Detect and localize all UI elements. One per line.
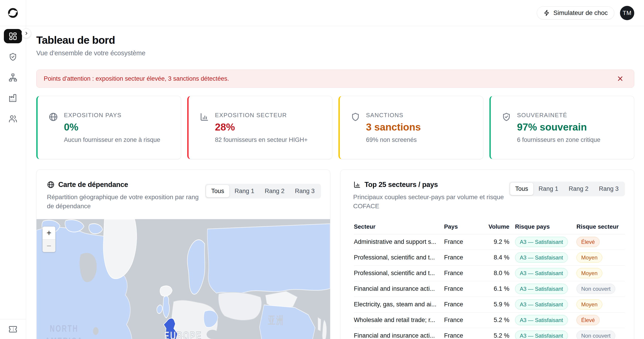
- sidebar-item-users[interactable]: [4, 112, 22, 126]
- table-row[interactable]: Financial and insurance acti... France 6…: [354, 281, 625, 297]
- filter-rang-2[interactable]: Rang 2: [260, 185, 290, 197]
- avatar[interactable]: TM: [620, 6, 634, 20]
- map-zoom-out-button[interactable]: −: [42, 239, 55, 252]
- country-risk-badge: A3 — Satisfaisant: [515, 330, 568, 339]
- sidebar-expand-button[interactable]: [22, 28, 31, 38]
- shield-check-icon: [502, 112, 511, 122]
- country-risk-badge: A3 — Satisfaisant: [515, 284, 568, 294]
- world-map: NORTH AMERICA EUROPE 亚洲: [36, 219, 330, 339]
- kpi-label: SANCTIONS: [366, 112, 421, 119]
- dashboard-page: Tableau de bord Vue d'ensemble de votre …: [26, 26, 644, 339]
- country-risk-badge: A3 — Satisfaisant: [515, 237, 568, 247]
- cell-pays: France: [444, 316, 480, 324]
- sector-risk-badge: Moyen: [576, 268, 602, 278]
- map-label-north: NORTH: [50, 323, 78, 334]
- cell-volume: 6.1 %: [480, 285, 509, 292]
- shield-check-icon: [8, 52, 18, 62]
- sector-risk-badge: Moyen: [576, 252, 602, 263]
- brand-logo-icon: [8, 8, 18, 18]
- sectors-table: SecteurPaysVolumeRisque paysRisque secte…: [354, 219, 625, 339]
- column-header-1: Secteur: [354, 223, 444, 230]
- kpi-value: 28%: [215, 122, 308, 133]
- table-card-title: Top 25 secteurs / pays: [364, 180, 438, 189]
- sidebar-item-dashboard[interactable]: [4, 29, 22, 43]
- sector-risk-badge: Non couvert: [576, 330, 615, 339]
- filter-tous[interactable]: Tous: [510, 183, 534, 195]
- filter-tous[interactable]: Tous: [206, 185, 230, 197]
- sector-risk-badge: Non couvert: [576, 284, 615, 294]
- sector-risk-badge: Élevé: [576, 237, 600, 247]
- dependency-map[interactable]: NORTH AMERICA EUROPE 亚洲 + −: [36, 219, 330, 339]
- cell-secteur: Professional, scientific and t...: [354, 270, 444, 277]
- filter-rang-1[interactable]: Rang 1: [534, 183, 564, 195]
- cell-pays: France: [444, 270, 480, 277]
- filter-rang-3[interactable]: Rang 3: [290, 185, 320, 197]
- kpi-card: SANCTIONS 3 sanctions 69% non screenés: [338, 96, 483, 159]
- cell-volume: 8.4 %: [480, 254, 509, 261]
- cell-volume: 8.0 %: [480, 270, 509, 277]
- sidebar-item-network[interactable]: [4, 70, 22, 84]
- chart-icon: [200, 112, 209, 122]
- table-row[interactable]: Financial and insurance acti... France 5…: [354, 328, 625, 339]
- country-risk-badge: A3 — Satisfaisant: [515, 315, 568, 325]
- map-card-header: Carte de dépendance Répartition géograph…: [36, 170, 330, 211]
- ticket-icon[interactable]: [8, 325, 18, 334]
- shock-simulator-button[interactable]: Simulateur de choc: [537, 6, 614, 20]
- map-label-asia: 亚洲: [268, 314, 284, 326]
- kpi-description: Aucun fournisseur en zone à risque: [64, 136, 160, 144]
- cell-pays: France: [444, 254, 480, 261]
- kpi-card: EXPOSITION SECTEUR 28% 82 fournisseurs e…: [187, 96, 332, 159]
- kpi-label: SOUVERAINETÉ: [517, 112, 600, 119]
- cell-volume: 9.2 %: [480, 238, 509, 246]
- kpi-cards: EXPOSITION PAYS 0% Aucun fournisseur en …: [36, 96, 634, 159]
- cell-secteur: Electricity, gas, steam and ai...: [354, 301, 444, 308]
- kpi-description: 69% non screenés: [366, 136, 421, 144]
- table-row[interactable]: Professional, scientific and t... France…: [354, 250, 625, 266]
- close-icon: [617, 75, 624, 82]
- sidebar-footer: [0, 319, 26, 339]
- filter-rang-3[interactable]: Rang 3: [594, 183, 624, 195]
- cell-secteur: Administrative and support s...: [354, 238, 444, 246]
- sidebar-item-factory[interactable]: [4, 91, 22, 105]
- cell-pays: France: [444, 285, 480, 292]
- map-rank-filter: TousRang 1Rang 2Rang 3: [205, 184, 321, 198]
- app-root: Simulateur de choc TM Tableau de bord Vu…: [0, 0, 644, 339]
- table-card-subtitle: Principaux couples secteur-pays par volu…: [353, 192, 509, 211]
- table-card-header: Top 25 secteurs / pays Principaux couple…: [340, 170, 634, 211]
- page-subtitle: Vue d'ensemble de votre écosystème: [36, 50, 634, 57]
- filter-rang-2[interactable]: Rang 2: [564, 183, 594, 195]
- cell-secteur: Professional, scientific and t...: [354, 254, 444, 261]
- sector-risk-badge: Élevé: [576, 315, 600, 325]
- table-row[interactable]: Administrative and support s... France 9…: [354, 234, 625, 250]
- table-row[interactable]: Professional, scientific and t... France…: [354, 266, 625, 281]
- map-zoom-control: + −: [42, 226, 56, 252]
- filter-rang-1[interactable]: Rang 1: [230, 185, 260, 197]
- column-header-3: Volume: [480, 223, 509, 230]
- column-header-5: Risque secteur: [576, 223, 625, 230]
- users-icon: [8, 114, 18, 123]
- kpi-card: SOUVERAINETÉ 97% souverain 6 fournisseur…: [490, 96, 634, 159]
- kpi-value: 0%: [64, 122, 160, 133]
- dependency-map-card: Carte de dépendance Répartition géograph…: [36, 170, 330, 339]
- cell-pays: France: [444, 301, 480, 308]
- bottom-panels: Carte de dépendance Répartition géograph…: [36, 170, 634, 339]
- sidebar-nav: [0, 26, 26, 319]
- dashboard-icon: [8, 32, 18, 41]
- sidebar-item-compliance[interactable]: [4, 50, 22, 64]
- globe-icon: [47, 181, 55, 188]
- cell-volume: 5.9 %: [480, 301, 509, 308]
- kpi-value: 97% souverain: [517, 122, 600, 133]
- column-header-4: Risque pays: [509, 223, 576, 230]
- country-risk-badge: A3 — Satisfaisant: [515, 252, 568, 263]
- globe-icon: [48, 112, 58, 122]
- kpi-description: 6 fournisseurs en zone critique: [517, 136, 600, 144]
- table-rank-filter: TousRang 1Rang 2Rang 3: [509, 182, 625, 196]
- bar-chart-icon: [353, 181, 361, 188]
- map-zoom-in-button[interactable]: +: [42, 226, 55, 239]
- zap-icon: [543, 10, 550, 16]
- kpi-label: EXPOSITION SECTEUR: [215, 112, 308, 119]
- table-row[interactable]: Wholesale and retail trade; r... France …: [354, 312, 625, 328]
- alert-close-button[interactable]: [617, 75, 624, 82]
- table-row[interactable]: Electricity, gas, steam and ai... France…: [354, 297, 625, 312]
- kpi-description: 82 fournisseurs en secteur HIGH+: [215, 136, 308, 144]
